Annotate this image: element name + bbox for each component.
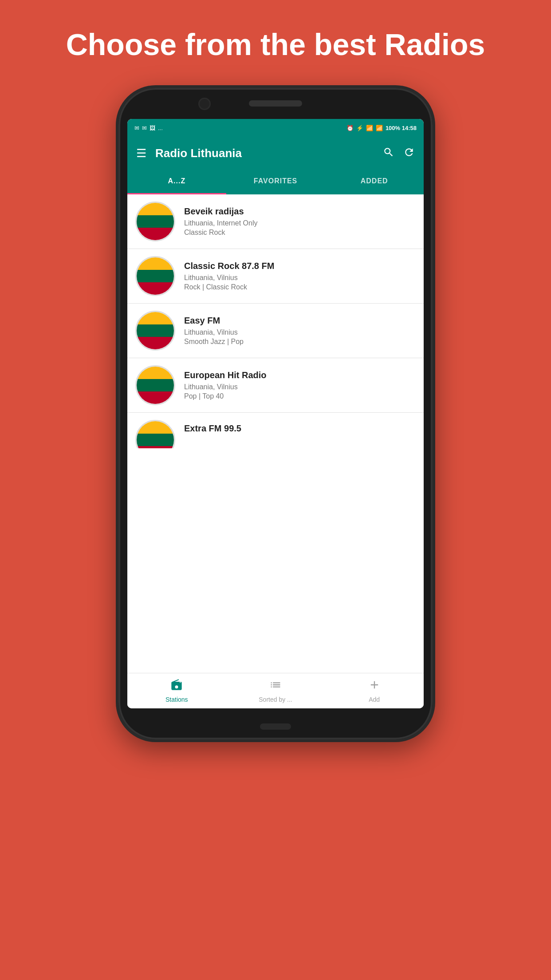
status-bar: ✉ ✉ 🖼 ... ⏰ ⚡ 📶 📶 100% 14:58: [127, 119, 424, 138]
station-list: Beveik radijas Lithuania, Internet Only …: [127, 194, 424, 673]
station-genre: Smooth Jazz | Pop: [184, 338, 416, 346]
screen: ✉ ✉ 🖼 ... ⏰ ⚡ 📶 📶 100% 14:58 ☰ Radio Lit…: [127, 119, 424, 708]
tab-added[interactable]: ADDED: [325, 170, 424, 194]
app-bar: ☰ Radio Lithuania: [127, 138, 424, 170]
station-genre: Rock | Classic Rock: [184, 283, 416, 291]
bottom-nav: Stations Sorted by ... Add: [127, 673, 424, 708]
list-item[interactable]: European Hit Radio Lithuania, Vilnius Po…: [127, 358, 424, 413]
station-logo: [135, 256, 175, 296]
phone-speaker: [249, 100, 302, 107]
phone-mockup: ✉ ✉ 🖼 ... ⏰ ⚡ 📶 📶 100% 14:58 ☰ Radio Lit…: [116, 85, 435, 742]
alarm-icon: ⏰: [346, 125, 354, 131]
sorted-icon: [269, 679, 282, 694]
station-logo: [135, 365, 175, 405]
station-info: Beveik radijas Lithuania, Internet Only …: [184, 206, 416, 237]
phone-power: [433, 230, 435, 270]
tab-favorites[interactable]: FAVORITES: [226, 170, 325, 194]
nav-sorted-label: Sorted by ...: [259, 696, 292, 703]
nav-item-stations[interactable]: Stations: [127, 673, 226, 708]
phone-vol-up: [116, 212, 118, 239]
image-icon: 🖼: [150, 125, 155, 131]
station-location: Lithuania, Vilnius: [184, 383, 416, 391]
list-item[interactable]: Classic Rock 87.8 FM Lithuania, Vilnius …: [127, 249, 424, 304]
list-item[interactable]: Easy FM Lithuania, Vilnius Smooth Jazz |…: [127, 304, 424, 358]
page-headline: Choose from the best Radios: [31, 0, 521, 85]
station-name-partial: Extra FM 99.5: [184, 423, 416, 434]
station-logo-partial: [135, 420, 175, 448]
station-info-partial: Extra FM 99.5: [184, 420, 416, 434]
bluetooth-icon: ⚡: [356, 125, 363, 131]
station-location: Lithuania, Internet Only: [184, 219, 416, 227]
phone-vol-down: [116, 248, 118, 283]
nav-add-label: Add: [369, 696, 380, 703]
battery-text: 100% 14:58: [386, 125, 417, 131]
station-name: Beveik radijas: [184, 206, 416, 217]
station-location: Lithuania, Vilnius: [184, 274, 416, 282]
station-name: Easy FM: [184, 316, 416, 326]
station-logo: [135, 202, 175, 241]
station-logo: [135, 311, 175, 351]
nav-stations-label: Stations: [165, 696, 188, 703]
app-title: Radio Lithuania: [155, 146, 374, 160]
nav-item-sorted[interactable]: Sorted by ...: [226, 673, 325, 708]
more-notifications: ...: [158, 125, 163, 131]
station-name: Classic Rock 87.8 FM: [184, 261, 416, 271]
station-genre: Classic Rock: [184, 229, 416, 237]
phone-home-button: [260, 723, 291, 730]
search-button[interactable]: [383, 146, 394, 161]
status-left-icons: ✉ ✉ 🖼 ...: [134, 125, 163, 131]
tabs-bar: A...Z FAVORITES ADDED: [127, 170, 424, 194]
refresh-button[interactable]: [403, 146, 415, 161]
station-info: Easy FM Lithuania, Vilnius Smooth Jazz |…: [184, 316, 416, 346]
stations-icon: [170, 679, 183, 694]
station-name: European Hit Radio: [184, 370, 416, 380]
gmail-icon-2: ✉: [142, 125, 147, 131]
status-right-info: ⏰ ⚡ 📶 📶 100% 14:58: [346, 125, 417, 131]
menu-button[interactable]: ☰: [136, 146, 146, 160]
cellular-icon: 📶: [376, 125, 383, 131]
station-location: Lithuania, Vilnius: [184, 328, 416, 336]
station-info: European Hit Radio Lithuania, Vilnius Po…: [184, 370, 416, 400]
nav-item-add[interactable]: Add: [325, 673, 424, 708]
gmail-icon-1: ✉: [134, 125, 139, 131]
wifi-icon: 📶: [366, 125, 373, 131]
phone-camera: [198, 98, 211, 110]
station-genre: Pop | Top 40: [184, 392, 416, 400]
list-item[interactable]: Beveik radijas Lithuania, Internet Only …: [127, 194, 424, 249]
list-item-partial[interactable]: Extra FM 99.5: [127, 413, 424, 448]
add-icon: [368, 679, 381, 694]
station-info: Classic Rock 87.8 FM Lithuania, Vilnius …: [184, 261, 416, 291]
tab-az[interactable]: A...Z: [127, 170, 226, 194]
